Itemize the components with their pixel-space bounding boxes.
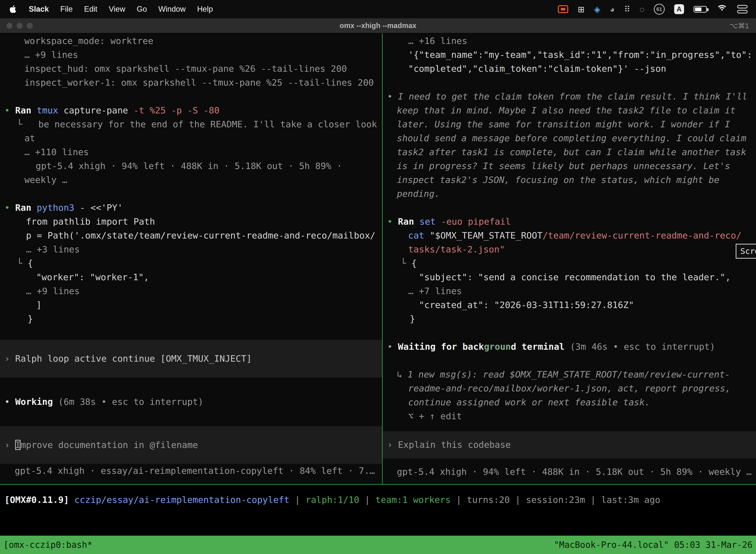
text-segment: d terminal bbox=[511, 341, 565, 352]
text-segment: Ran bbox=[15, 203, 37, 213]
terminal-line: … +7 lines bbox=[387, 284, 756, 298]
model-status-line: gpt-5.4 xhigh · essay/ai-reimplementatio… bbox=[4, 464, 382, 478]
terminal-line: '{"team_name":"my-team","task_id":"1","f… bbox=[387, 48, 756, 62]
text-segment: python3 bbox=[37, 203, 74, 213]
blue-diamond-icon[interactable]: ◈ bbox=[594, 5, 600, 13]
terminal-right-pane[interactable]: … +16 lines'{"team_name":"my-team","task… bbox=[383, 34, 756, 484]
text-segment: Ralph loop active continue [OMX_TMUX_INJ… bbox=[15, 353, 252, 364]
text-segment: └ bbox=[17, 258, 27, 268]
terminal-line: ] bbox=[4, 298, 382, 312]
terminal-line: readme-and-reco/mailbox/worker-1.json, a… bbox=[387, 382, 756, 395]
text-segment: "subject": "send a concise recommendatio… bbox=[419, 272, 731, 282]
terminal-line: workspace_mode: worktree bbox=[4, 34, 382, 48]
terminal-left-pane[interactable]: workspace_mode: worktree… +9 linesinspec… bbox=[0, 34, 382, 484]
text-segment: • bbox=[387, 341, 398, 352]
prompt-input[interactable]: › Improve documentation in @filename bbox=[0, 426, 382, 464]
text-segment: readme-and-reco/mailbox/worker-1.json, a… bbox=[408, 383, 731, 393]
terminal-line: p = Path('.omx/state/team/review-current… bbox=[4, 229, 382, 242]
text-segment: cat bbox=[408, 230, 430, 240]
text-segment: be necessary for the end of the README. … bbox=[39, 119, 377, 129]
text-segment: Working bbox=[15, 397, 58, 407]
text-segment: keep that in mind. Maybe I also need the… bbox=[397, 105, 736, 115]
text-segment: 1 new msg(s): read $OMX_TEAM_STATE_ROOT/… bbox=[407, 369, 730, 380]
terminal-line: inspect_worker-1: omx sparkshell --tmux-… bbox=[4, 76, 382, 90]
terminal-line: cat "$OMX_TEAM_STATE_ROOT/team/review-cu… bbox=[387, 229, 756, 242]
keyboard-layout-icon[interactable]: A bbox=[674, 4, 684, 14]
terminal-line: "subject": "send a concise recommendatio… bbox=[387, 270, 756, 284]
zoom-button[interactable] bbox=[27, 23, 33, 29]
text-segment: tmux bbox=[37, 105, 63, 115]
text-segment: … +9 lines bbox=[26, 286, 80, 296]
close-button[interactable] bbox=[6, 23, 12, 29]
model-status-line: gpt-5.4 xhigh · 94% left · 488K in · 5.1… bbox=[387, 465, 756, 479]
battery-icon[interactable] bbox=[693, 6, 707, 13]
menu-bar: SlackFileEditViewGoWindowHelp ⊞◈◕⠿◌61A bbox=[0, 0, 756, 18]
menu-help[interactable]: Help bbox=[197, 5, 213, 14]
text-segment: › bbox=[387, 440, 398, 450]
dark-app-icon[interactable]: ◕ bbox=[610, 5, 615, 13]
text-segment: • bbox=[4, 397, 15, 407]
terminal-line: … +9 lines bbox=[4, 48, 382, 62]
text-segment: later. Using the same for transition mig… bbox=[397, 119, 730, 129]
text-segment: | bbox=[290, 495, 306, 505]
menu-view[interactable]: View bbox=[109, 5, 125, 14]
text-cursor: I bbox=[15, 440, 20, 450]
text-segment: (3m 46s • esc to interrupt) bbox=[565, 341, 715, 352]
ralph-loop-banner: › Ralph loop active continue [OMX_TMUX_I… bbox=[0, 340, 382, 378]
terminal-line: └ { bbox=[387, 257, 756, 270]
terminal-line: continue assigned work or next feasible … bbox=[387, 395, 756, 409]
text-segment: gpt-5.4 xhigh · 94% left · 488K in · 5.1… bbox=[397, 466, 752, 477]
text-segment: set bbox=[420, 216, 441, 227]
terminal-line: inspect_hud: omx sparkshell --tmux-pane … bbox=[4, 62, 382, 76]
waiting-status: • Waiting for background terminal (3m 46… bbox=[387, 340, 756, 354]
text-segment: Ran bbox=[15, 105, 37, 115]
menu-go[interactable]: Go bbox=[137, 5, 147, 14]
grid-icon[interactable]: ⊞ bbox=[578, 5, 585, 13]
text-segment: continue assigned work or next feasible … bbox=[408, 397, 650, 407]
menu-edit[interactable]: Edit bbox=[84, 5, 97, 14]
text-segment: "$OMX_TEAM_STATE_ROOT bbox=[430, 230, 543, 240]
text-segment: is in progress? It seems likely but perh… bbox=[397, 161, 730, 171]
terminal: workspace_mode: worktree… +9 linesinspec… bbox=[0, 34, 756, 484]
menu-window[interactable]: Window bbox=[158, 5, 186, 14]
terminal-line: tasks/task-2.json" bbox=[387, 242, 756, 257]
minimize-button[interactable] bbox=[17, 23, 22, 29]
text-segment: } bbox=[410, 314, 415, 324]
text-segment: … +16 lines bbox=[408, 36, 467, 46]
tmux-session-info: [omx-cczip0:bash* bbox=[3, 540, 92, 550]
text-segment: • bbox=[4, 105, 15, 115]
ghost-app-icon[interactable]: ◌ bbox=[639, 5, 644, 13]
spacer bbox=[387, 458, 756, 465]
text-segment: | bbox=[585, 495, 601, 505]
window-title-bar[interactable]: omx --xhigh --madmax ⌥⌘1 bbox=[0, 18, 756, 34]
spacer bbox=[4, 187, 382, 201]
apple-menu-icon[interactable] bbox=[8, 4, 17, 14]
text-segment: ] bbox=[36, 300, 42, 310]
control-center-icon[interactable] bbox=[737, 5, 748, 13]
spacer bbox=[4, 326, 382, 340]
text-segment: tasks/task-2.json" bbox=[408, 244, 505, 255]
wifi-icon[interactable] bbox=[716, 5, 728, 13]
terminal-line: … +110 lines bbox=[4, 145, 382, 159]
desktop: SlackFileEditViewGoWindowHelp ⊞◈◕⠿◌61A o… bbox=[0, 0, 756, 554]
prompt-suggestion[interactable]: › Explain this codebase bbox=[383, 431, 756, 458]
battery-gauge-badge[interactable]: 61 bbox=[654, 4, 665, 15]
terminal-line: └ be necessary for the end of the README… bbox=[4, 117, 382, 131]
text-segment: ralph:1/10 bbox=[306, 495, 359, 505]
terminal-line: at bbox=[4, 131, 382, 145]
text-segment: -t %25 -p -S -80 bbox=[133, 105, 219, 115]
tmux-status-bar: [omx-cczip0:bash* "MacBook-Pro-44.local"… bbox=[0, 536, 756, 554]
tmux-host-clock: "MacBook-Pro-44.local" 05:03 31-Mar-26 bbox=[554, 540, 753, 550]
band-text: › Ralph loop active continue [OMX_TMUX_I… bbox=[4, 352, 252, 366]
menu-slack[interactable]: Slack bbox=[29, 5, 49, 14]
screen-recording-icon[interactable] bbox=[558, 5, 568, 13]
text-segment: [OMX#0.11.9] bbox=[4, 495, 74, 505]
text-segment: team:1 workers bbox=[376, 495, 451, 505]
spacer bbox=[4, 378, 382, 395]
menu-file[interactable]: File bbox=[60, 5, 73, 14]
dots-grid-icon[interactable]: ⠿ bbox=[624, 5, 630, 13]
band-text: › Improve documentation in @filename bbox=[4, 438, 198, 452]
terminal-line: … +16 lines bbox=[387, 34, 756, 48]
window-controls bbox=[6, 23, 33, 29]
terminal-line: • Ran set -euo pipefail bbox=[387, 215, 756, 229]
